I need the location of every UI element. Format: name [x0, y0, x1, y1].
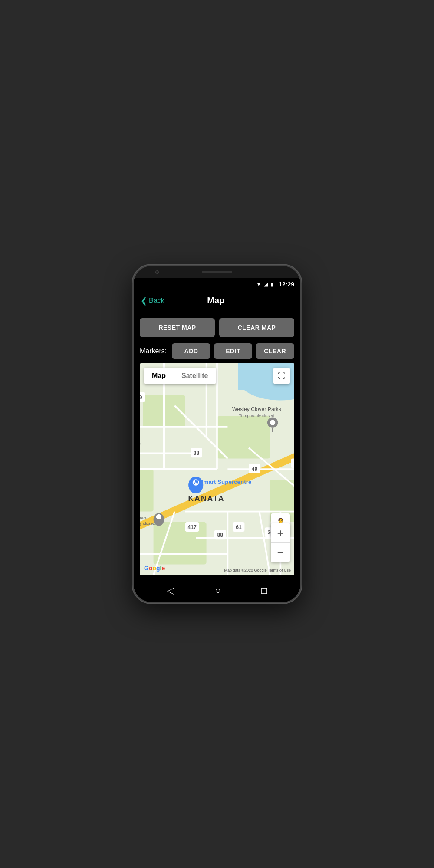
zoom-out-button[interactable]: − [271, 543, 290, 562]
svg-text:38: 38 [194, 450, 200, 456]
app-header: ❮ Back Map [134, 290, 300, 311]
map-type-satellite-button[interactable]: Satellite [174, 368, 216, 384]
svg-text:March: March [140, 441, 141, 446]
nav-recent-button[interactable]: □ [258, 582, 270, 600]
nav-home-button[interactable]: ○ [211, 582, 224, 600]
zoom-in-button[interactable]: + [271, 523, 290, 542]
zoom-controls: + − [271, 523, 290, 562]
svg-point-48 [270, 420, 275, 425]
google-logo: Google [144, 565, 165, 572]
svg-text:49: 49 [252, 466, 258, 472]
svg-text:417: 417 [187, 524, 197, 530]
page-title: Map [164, 296, 267, 306]
phone-device: ▼ ◢ ▮ 12:29 ❮ Back Map RESET MAP CLEAR M… [132, 265, 302, 603]
map-buttons-row: RESET MAP CLEAR MAP [140, 318, 294, 337]
back-button[interactable]: ❮ Back [141, 296, 164, 306]
svg-text:61: 61 [236, 524, 242, 530]
svg-text:tlets Ottawa: tlets Ottawa [140, 516, 147, 520]
phone-speaker [202, 271, 232, 273]
map-type-buttons: Map Satellite [144, 368, 216, 384]
wifi-icon: ▼ [256, 281, 261, 287]
back-chevron-icon: ❮ [141, 296, 147, 306]
app-screen: ❮ Back Map RESET MAP CLEAR MAP Markers: … [134, 290, 300, 602]
battery-icon: ▮ [270, 281, 273, 287]
map-container[interactable]: 49 38 49 59 417 61 [140, 363, 294, 575]
svg-text:49: 49 [140, 395, 142, 401]
clear-marker-button[interactable]: CLEAR [256, 343, 294, 359]
svg-rect-4 [217, 416, 270, 459]
status-icons: ▼ ◢ ▮ 12:29 [256, 281, 294, 288]
svg-text:59: 59 [294, 460, 294, 467]
svg-text:KANATA: KANATA [188, 494, 224, 503]
controls-area: RESET MAP CLEAR MAP Markers: ADD EDIT CL… [134, 311, 300, 363]
svg-point-61 [156, 514, 161, 519]
svg-text:Walmart Supercentre: Walmart Supercentre [193, 479, 251, 485]
back-label: Back [149, 297, 164, 305]
markers-row: Markers: ADD EDIT CLEAR [140, 343, 294, 359]
add-marker-button[interactable]: ADD [172, 343, 210, 359]
nav-bar: ◁ ○ □ [134, 579, 300, 602]
reset-map-button[interactable]: RESET MAP [140, 318, 215, 337]
map-type-map-button[interactable]: Map [144, 368, 174, 384]
markers-label: Markers: [140, 347, 167, 355]
phone-top [134, 266, 300, 278]
nav-back-button[interactable]: ◁ [164, 582, 178, 600]
fullscreen-icon: ⛶ [278, 372, 286, 381]
status-bar: ▼ ◢ ▮ 12:29 [134, 278, 300, 290]
edit-marker-button[interactable]: EDIT [214, 343, 253, 359]
svg-text:Wesley Clover Parks: Wesley Clover Parks [232, 406, 281, 412]
signal-icon: ◢ [264, 281, 268, 287]
clear-map-button[interactable]: CLEAR MAP [219, 318, 294, 337]
status-time: 12:29 [279, 281, 294, 288]
svg-rect-5 [140, 469, 154, 512]
svg-text:88: 88 [217, 532, 224, 538]
svg-text:mporarily closed: mporarily closed [140, 521, 155, 526]
svg-text:Temporarily closed: Temporarily closed [239, 413, 274, 418]
phone-camera [155, 270, 159, 274]
map-attribution: Map data ©2020 Google Terms of Use [224, 568, 291, 572]
fullscreen-button[interactable]: ⛶ [273, 368, 290, 384]
map-view: 49 38 49 59 417 61 [140, 363, 294, 575]
